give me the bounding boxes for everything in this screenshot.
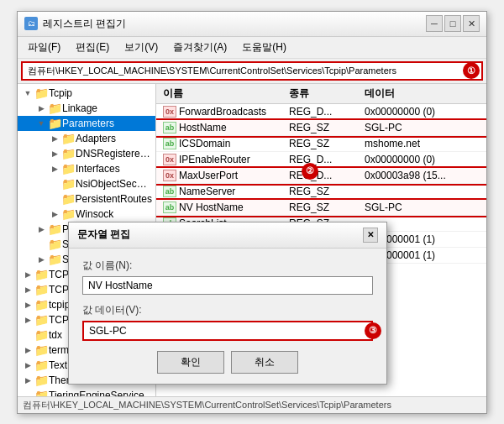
menu-help[interactable]: 도움말(H) (235, 39, 293, 56)
ok-button[interactable]: 확인 (157, 351, 224, 374)
expand-arrow[interactable]: ▼ (21, 89, 34, 97)
badge-one: ① (463, 62, 480, 79)
expand-arrow[interactable]: ▶ (21, 301, 34, 309)
close-button[interactable]: ✕ (463, 15, 480, 32)
expand-arrow[interactable]: ▶ (48, 165, 61, 173)
col-header-name: 이름 (160, 86, 286, 102)
tree-item-interfaces[interactable]: ▶ 📁 Interfaces (18, 161, 155, 176)
tree-item-tiering[interactable]: 📁 TieringEngineService (18, 388, 155, 396)
folder-icon: 📁 (61, 132, 76, 145)
tree-label: Interfaces (76, 163, 120, 175)
reg-row-nvhostname[interactable]: ab NV HostName REG_SZ SGL-PC (156, 200, 486, 216)
tree-label: Parameters (62, 118, 114, 129)
reg-row-hostname[interactable]: ab HostName REG_SZ SGL-PC (156, 120, 486, 136)
folder-icon: 📁 (34, 298, 49, 311)
dialog-buttons: 확인 취소 (82, 351, 373, 374)
menu-view[interactable]: 보기(V) (118, 39, 165, 56)
expand-arrow[interactable]: ▶ (21, 361, 34, 369)
status-text: 컴퓨터\HKEY_LOCAL_MACHINE\SYSTEM\CurrentCon… (23, 400, 391, 410)
expand-arrow[interactable]: ▶ (34, 225, 48, 233)
expand-arrow[interactable]: ▶ (21, 285, 34, 294)
expand-arrow[interactable]: ▶ (34, 104, 48, 113)
main-window: 🗂 레지스트리 편집기 ─ □ ✕ 파일(F) 편집(E) 보기(V) 즐겨찾기… (17, 11, 487, 414)
string-edit-dialog: 문자열 편집 ✕ 값 이름(N): 값 데이터(V): ③ 확인 취소 (68, 222, 387, 385)
reg-row-ipenablerouter[interactable]: 0x IPEnableRouter REG_D... 0x00000000 (0… (156, 152, 486, 168)
reg-row-forwardbroadcasts[interactable]: 0x ForwardBroadcasts REG_D... 0x00000000… (156, 104, 486, 120)
expand-arrow[interactable]: ▶ (48, 149, 61, 158)
tree-label: Adapters (76, 133, 116, 144)
window-title: 레지스트리 편집기 (43, 17, 126, 31)
folder-icon: 📁 (48, 253, 62, 266)
menu-favorites[interactable]: 즐겨찾기(A) (166, 39, 234, 56)
badge-two: ② (302, 163, 318, 180)
binary-icon: 0x (163, 154, 176, 165)
tree-item-parameters[interactable]: ▼ 📁 Parameters (18, 116, 155, 131)
row-type: REG_D... (286, 169, 361, 182)
expand-arrow[interactable]: ▶ (48, 210, 61, 218)
row-type: REG_D... (286, 153, 361, 166)
dialog-close-button[interactable]: ✕ (363, 228, 378, 243)
row-data (361, 191, 483, 192)
expand-arrow[interactable]: ▶ (48, 134, 61, 143)
row-data: 0x00000000 (0) (361, 105, 483, 118)
tree-item-adapters[interactable]: ▶ 📁 Adapters (18, 131, 155, 146)
folder-icon: 📁 (48, 117, 62, 130)
folder-icon: 📁 (34, 313, 49, 327)
tree-item-persistent[interactable]: 📁 PersistentRoutes (18, 191, 155, 207)
expand-arrow[interactable]: ▶ (21, 270, 34, 279)
value-data-input[interactable] (82, 321, 373, 341)
reg-row-maxuserport[interactable]: 0x MaxUserPort REG_D... 0x00003a98 (15..… (156, 168, 486, 184)
value-name-input[interactable] (82, 276, 373, 295)
tree-item-linkage[interactable]: ▶ 📁 Linkage (18, 101, 155, 116)
expand-arrow[interactable]: ▼ (34, 119, 48, 128)
row-type: REG_SZ (286, 137, 361, 150)
binary-icon: 0x (163, 106, 176, 118)
address-bar[interactable]: 컴퓨터\HKEY_LOCAL_MACHINE\SYSTEM\CurrentCon… (21, 61, 483, 81)
folder-icon: 📁 (61, 147, 76, 160)
row-name: ab NameServer (160, 185, 286, 198)
row-type: REG_SZ (286, 185, 361, 198)
address-text: 컴퓨터\HKEY_LOCAL_MACHINE\SYSTEM\CurrentCon… (28, 65, 396, 77)
title-bar: 🗂 레지스트리 편집기 ─ □ ✕ (18, 12, 486, 37)
badge-three: ③ (365, 322, 381, 339)
tree-label: Winsock (76, 208, 113, 220)
tree-item-nsi[interactable]: 📁 NsiObjectSecurity (18, 176, 155, 191)
menu-file[interactable]: 파일(F) (21, 39, 67, 56)
tree-label: Tcpip (49, 87, 72, 99)
folder-icon: 📁 (34, 389, 49, 396)
tree-item-winsock[interactable]: ▶ 📁 Winsock (18, 207, 155, 222)
tree-label: Linkage (62, 102, 97, 114)
reg-row-nameserver[interactable]: ab NameServer REG_SZ (156, 184, 486, 200)
row-data: 0x00003a98 (15... (361, 169, 483, 182)
expand-arrow[interactable]: ▶ (21, 316, 34, 324)
expand-arrow[interactable]: ▶ (21, 346, 34, 354)
tree-item-tcpip[interactable]: ▼ 📁 Tcpip (18, 86, 155, 101)
folder-icon: 📁 (34, 359, 49, 372)
maximize-button[interactable]: □ (444, 15, 461, 32)
tree-item-dns[interactable]: ▶ 📁 DNSRegisteredAdap... (18, 146, 155, 161)
folder-icon: 📁 (61, 207, 76, 221)
minimize-button[interactable]: ─ (426, 15, 443, 32)
folder-icon: 📁 (61, 177, 76, 191)
string-icon: ab (163, 202, 176, 213)
dialog-title-text: 문자열 편집 (77, 228, 130, 242)
expand-arrow[interactable]: ▶ (34, 255, 48, 264)
row-data: SGL-PC (361, 201, 483, 214)
col-header-data: 데이터 (361, 86, 483, 102)
title-controls: ─ □ ✕ (426, 15, 480, 32)
row-name: 0x MaxUserPort (160, 169, 286, 182)
expand-arrow[interactable]: ▶ (21, 376, 34, 385)
folder-icon: 📁 (34, 283, 49, 296)
folder-icon: 📁 (34, 268, 49, 281)
row-name: 0x IPEnableRouter (160, 153, 286, 166)
cancel-button[interactable]: 취소 (231, 351, 298, 374)
tree-label: DNSRegisteredAdap... (76, 148, 151, 160)
row-type: REG_SZ (286, 201, 361, 214)
status-bar: 컴퓨터\HKEY_LOCAL_MACHINE\SYSTEM\CurrentCon… (18, 396, 486, 413)
folder-icon: 📁 (48, 102, 62, 115)
menu-edit[interactable]: 편집(E) (69, 39, 116, 56)
folder-icon: 📁 (61, 192, 76, 206)
folder-icon: 📁 (61, 162, 76, 175)
reg-row-icsdomain[interactable]: ab ICSDomain REG_SZ mshome.net (156, 136, 486, 152)
app-icon: 🗂 (24, 17, 38, 30)
